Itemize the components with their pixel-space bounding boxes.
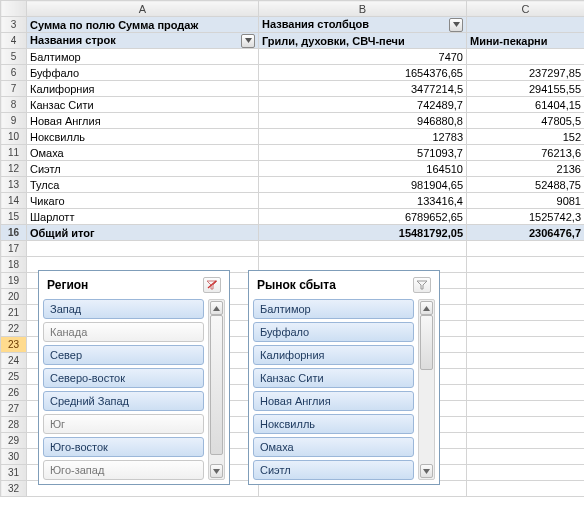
column-header[interactable]: B — [259, 1, 467, 17]
cell[interactable]: Общий итог — [27, 225, 259, 241]
cell[interactable]: 15481792,05 — [259, 225, 467, 241]
cell[interactable]: Названия столбцов — [259, 17, 467, 33]
cell[interactable] — [467, 273, 585, 289]
cell[interactable]: Калифорния — [27, 81, 259, 97]
cell[interactable]: 2306476,7 — [467, 225, 585, 241]
cell[interactable] — [467, 385, 585, 401]
row-header[interactable]: 14 — [1, 193, 27, 209]
row-header[interactable]: 28 — [1, 417, 27, 433]
cell[interactable] — [467, 465, 585, 481]
cell[interactable]: 6789652,65 — [259, 209, 467, 225]
cell[interactable]: Названия строк — [27, 33, 259, 49]
cell[interactable] — [467, 321, 585, 337]
row-header[interactable]: 24 — [1, 353, 27, 369]
row-header[interactable]: 32 — [1, 481, 27, 497]
cell[interactable]: Шарлотт — [27, 209, 259, 225]
row-header[interactable]: 15 — [1, 209, 27, 225]
row-header[interactable]: 4 — [1, 33, 27, 49]
row-header[interactable]: 20 — [1, 289, 27, 305]
slicer-item[interactable]: Север — [43, 345, 204, 365]
row-header[interactable]: 8 — [1, 97, 27, 113]
cell[interactable]: 9081 — [467, 193, 585, 209]
row-header[interactable]: 26 — [1, 385, 27, 401]
cell[interactable]: 237297,85 — [467, 65, 585, 81]
cell[interactable]: 3477214,5 — [259, 81, 467, 97]
cell[interactable]: 133416,4 — [259, 193, 467, 209]
slicer-region[interactable]: Регион ЗападКанадаСеверСеверо-востокСред… — [38, 270, 230, 485]
row-header[interactable]: 16 — [1, 225, 27, 241]
slicer-item[interactable]: Юг — [43, 414, 204, 434]
slicer-item[interactable]: Юго-восток — [43, 437, 204, 457]
row-header[interactable]: 29 — [1, 433, 27, 449]
dropdown-icon[interactable] — [241, 34, 255, 48]
clear-filter-button[interactable] — [413, 277, 431, 293]
cell[interactable] — [467, 433, 585, 449]
cell[interactable]: Сумма по полю Сумма продаж — [27, 17, 259, 33]
cell[interactable]: Тулса — [27, 177, 259, 193]
cell[interactable]: 7470 — [259, 49, 467, 65]
cell[interactable]: 2136 — [467, 161, 585, 177]
row-header[interactable]: 6 — [1, 65, 27, 81]
cell[interactable]: Балтимор — [27, 49, 259, 65]
row-header[interactable]: 7 — [1, 81, 27, 97]
row-header[interactable]: 31 — [1, 465, 27, 481]
cell[interactable]: Мини-пекарни — [467, 33, 585, 49]
cell[interactable]: 1525742,3 — [467, 209, 585, 225]
row-header[interactable]: 10 — [1, 129, 27, 145]
row-header[interactable]: 23 — [1, 337, 27, 353]
cell[interactable] — [467, 369, 585, 385]
cell[interactable]: Сиэтл — [27, 161, 259, 177]
cell[interactable] — [467, 17, 585, 33]
slicer-item[interactable]: Средний Запад — [43, 391, 204, 411]
cell[interactable] — [467, 257, 585, 273]
cell[interactable] — [467, 353, 585, 369]
slicer-item[interactable]: Северо-восток — [43, 368, 204, 388]
clear-filter-button[interactable] — [203, 277, 221, 293]
cell[interactable]: 12783 — [259, 129, 467, 145]
cell[interactable] — [259, 241, 467, 257]
row-header[interactable]: 11 — [1, 145, 27, 161]
row-header[interactable]: 13 — [1, 177, 27, 193]
cell[interactable]: 152 — [467, 129, 585, 145]
row-header[interactable]: 3 — [1, 17, 27, 33]
cell[interactable]: 742489,7 — [259, 97, 467, 113]
cell[interactable]: 946880,8 — [259, 113, 467, 129]
scroll-down-button[interactable] — [420, 464, 433, 478]
slicer-item[interactable]: Юго-запад — [43, 460, 204, 480]
cell[interactable] — [467, 289, 585, 305]
slicer-item[interactable]: Канзас Сити — [253, 368, 414, 388]
slicer-item[interactable]: Сиэтл — [253, 460, 414, 480]
row-header[interactable]: 17 — [1, 241, 27, 257]
slicer-item[interactable]: Ноксвилль — [253, 414, 414, 434]
row-header[interactable]: 27 — [1, 401, 27, 417]
cell[interactable] — [467, 401, 585, 417]
cell[interactable] — [467, 241, 585, 257]
scroll-thumb[interactable] — [420, 315, 433, 370]
slicer-item[interactable]: Балтимор — [253, 299, 414, 319]
cell[interactable]: Грили, духовки, СВЧ-печи — [259, 33, 467, 49]
dropdown-icon[interactable] — [449, 18, 463, 32]
cell[interactable]: Омаха — [27, 145, 259, 161]
slicer-item[interactable]: Канада — [43, 322, 204, 342]
scroll-up-button[interactable] — [420, 301, 433, 315]
cell[interactable]: 164510 — [259, 161, 467, 177]
scroll-thumb[interactable] — [210, 315, 223, 455]
slicer-market[interactable]: Рынок сбыта БалтиморБуффалоКалифорнияКан… — [248, 270, 440, 485]
cell[interactable]: Канзас Сити — [27, 97, 259, 113]
slicer-item[interactable]: Новая Англия — [253, 391, 414, 411]
cell[interactable]: Ноксвилль — [27, 129, 259, 145]
cell[interactable]: 47805,5 — [467, 113, 585, 129]
cell[interactable]: Чикаго — [27, 193, 259, 209]
column-header[interactable]: C — [467, 1, 585, 17]
cell[interactable]: 981904,65 — [259, 177, 467, 193]
column-header[interactable]: A — [27, 1, 259, 17]
cell[interactable] — [467, 481, 585, 497]
row-header[interactable]: 5 — [1, 49, 27, 65]
row-header[interactable]: 25 — [1, 369, 27, 385]
cell[interactable]: 294155,55 — [467, 81, 585, 97]
cell[interactable] — [467, 49, 585, 65]
cell[interactable]: Буффало — [27, 65, 259, 81]
row-header[interactable]: 30 — [1, 449, 27, 465]
cell[interactable]: 1654376,65 — [259, 65, 467, 81]
cell[interactable]: 76213,6 — [467, 145, 585, 161]
